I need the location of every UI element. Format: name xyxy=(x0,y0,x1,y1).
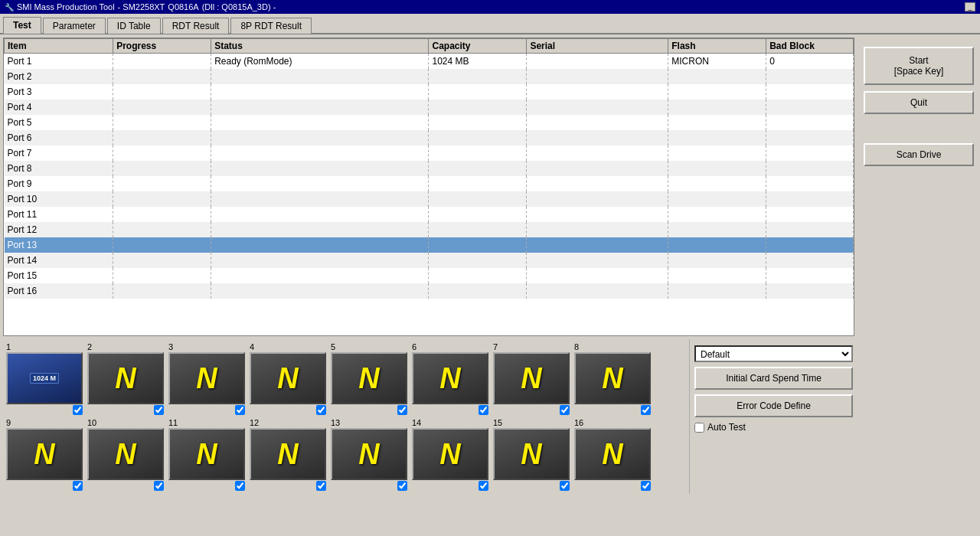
port-checkbox-row xyxy=(168,405,245,415)
port-number: 15 xyxy=(493,418,502,427)
port-checkbox[interactable] xyxy=(235,405,245,415)
table-row[interactable]: Port 7 xyxy=(5,145,854,161)
quit-button[interactable]: Quit xyxy=(864,91,974,114)
app-model: - SM2258XT xyxy=(118,2,165,11)
error-code-define-button[interactable]: Error Code Define xyxy=(694,394,853,417)
n-icon: N xyxy=(602,362,622,395)
port-icon-box[interactable]: N xyxy=(250,428,326,480)
start-line1: Start xyxy=(909,55,928,66)
n-icon: N xyxy=(602,438,622,471)
port-number: 14 xyxy=(412,418,421,427)
port-checkbox[interactable] xyxy=(316,405,326,415)
auto-test-checkbox[interactable] xyxy=(694,423,704,433)
port-icon-box[interactable]: N xyxy=(574,352,651,404)
table-row[interactable]: Port 15 xyxy=(5,268,854,283)
port-checkbox[interactable] xyxy=(560,405,570,415)
port-checkbox[interactable] xyxy=(154,405,164,415)
n-icon: N xyxy=(521,438,541,471)
port-checkbox[interactable] xyxy=(154,481,164,491)
port-checkbox-row xyxy=(6,481,83,491)
port-number: 13 xyxy=(331,418,340,427)
port-number: 11 xyxy=(168,418,178,427)
port-icon-wrap: 12N xyxy=(250,418,326,491)
port-checkbox-row xyxy=(87,405,164,415)
port-checkbox[interactable] xyxy=(641,481,651,491)
n-icon: N xyxy=(196,362,217,395)
port-checkbox[interactable] xyxy=(479,481,488,491)
profile-dropdown[interactable]: Default xyxy=(694,345,853,362)
port-icon-wrap: 14N xyxy=(412,418,488,491)
initial-card-spend-time-button[interactable]: Initial Card Spend Time xyxy=(694,367,853,390)
tab-rdt-result[interactable]: RDT Result xyxy=(162,18,230,34)
port-checkbox[interactable] xyxy=(397,481,407,491)
tab-test[interactable]: Test xyxy=(3,17,41,34)
port-icon-box[interactable]: N xyxy=(412,428,488,480)
port-icon-wrap: 4N xyxy=(250,342,326,415)
port-icon-box[interactable]: N xyxy=(574,428,651,480)
port-icon-wrap: 8N xyxy=(574,342,651,415)
table-row[interactable]: Port 8 xyxy=(5,161,854,176)
table-row[interactable]: Port 3 xyxy=(5,84,854,100)
col-flash: Flash xyxy=(668,39,766,54)
port-icon-wrap: 2N xyxy=(87,342,164,415)
port-checkbox-row xyxy=(250,481,326,491)
tab-8p-rdt[interactable]: 8P RDT Result xyxy=(230,18,312,34)
port-checkbox-row xyxy=(574,405,651,415)
table-row[interactable]: Port 6 xyxy=(5,130,854,145)
col-bad-block: Bad Block xyxy=(766,39,854,54)
port-number: 8 xyxy=(574,342,579,351)
port-checkbox[interactable] xyxy=(316,481,326,491)
table-row[interactable]: Port 12 xyxy=(5,222,854,237)
table-row[interactable]: Port 16 xyxy=(5,283,854,299)
table-row[interactable]: Port 13 xyxy=(5,237,854,253)
port-icon-box[interactable]: N xyxy=(493,428,570,480)
port-icon-box[interactable]: N xyxy=(87,352,164,404)
port-icon-box[interactable]: N xyxy=(168,428,245,480)
tab-id-table[interactable]: ID Table xyxy=(107,18,161,34)
port-icon-wrap: 5N xyxy=(331,342,407,415)
port-icon-box[interactable]: 1024 M xyxy=(6,352,83,404)
table-row[interactable]: Port 1Ready (RomMode)1024 MBMICRON0 xyxy=(5,54,854,69)
port-icon-box[interactable]: N xyxy=(6,428,83,480)
table-row[interactable]: Port 2 xyxy=(5,69,854,84)
col-serial: Serial xyxy=(527,39,668,54)
port-checkbox-row xyxy=(574,481,651,491)
port-checkbox[interactable] xyxy=(560,481,570,491)
port-icon-box[interactable]: N xyxy=(331,352,407,404)
port-number: 6 xyxy=(412,342,416,351)
table-row[interactable]: Port 4 xyxy=(5,100,854,115)
app-title: SMI Mass Production Tool xyxy=(17,2,115,11)
port-icon-box[interactable]: N xyxy=(412,352,488,404)
port-checkbox-row xyxy=(168,481,245,491)
port-number: 1 xyxy=(6,342,11,351)
port-number: 2 xyxy=(87,342,92,351)
port-checkbox-row xyxy=(331,405,407,415)
table-row[interactable]: Port 11 xyxy=(5,207,854,222)
port-checkbox[interactable] xyxy=(641,405,651,415)
scan-drive-button[interactable]: Scan Drive xyxy=(864,143,974,166)
port-checkbox[interactable] xyxy=(73,481,83,491)
port-checkbox[interactable] xyxy=(235,481,245,491)
table-row[interactable]: Port 14 xyxy=(5,253,854,268)
port-icon-box[interactable]: N xyxy=(493,352,570,404)
port-icon-box[interactable]: N xyxy=(250,352,326,404)
port-checkbox[interactable] xyxy=(397,405,407,415)
start-button[interactable]: Start [Space Key] xyxy=(864,47,974,85)
port-icon-box[interactable]: N xyxy=(331,428,407,480)
app-fw: Q0816A xyxy=(168,2,198,11)
port-checkbox[interactable] xyxy=(73,405,83,415)
port-checkbox[interactable] xyxy=(479,405,488,415)
port-checkbox-row xyxy=(331,481,407,491)
right-controls: Default Initial Card Spend Time Error Co… xyxy=(689,339,858,494)
port-checkbox-row xyxy=(493,405,570,415)
minimize-button[interactable]: _ xyxy=(965,2,975,11)
port-checkbox-row xyxy=(250,405,326,415)
table-row[interactable]: Port 10 xyxy=(5,191,854,207)
port-icon-wrap: 3N xyxy=(168,342,245,415)
table-row[interactable]: Port 5 xyxy=(5,115,854,130)
table-row[interactable]: Port 9 xyxy=(5,176,854,191)
port-number: 3 xyxy=(168,342,173,351)
tab-parameter[interactable]: Parameter xyxy=(43,18,106,34)
port-icon-box[interactable]: N xyxy=(87,428,164,480)
port-icon-box[interactable]: N xyxy=(168,352,245,404)
